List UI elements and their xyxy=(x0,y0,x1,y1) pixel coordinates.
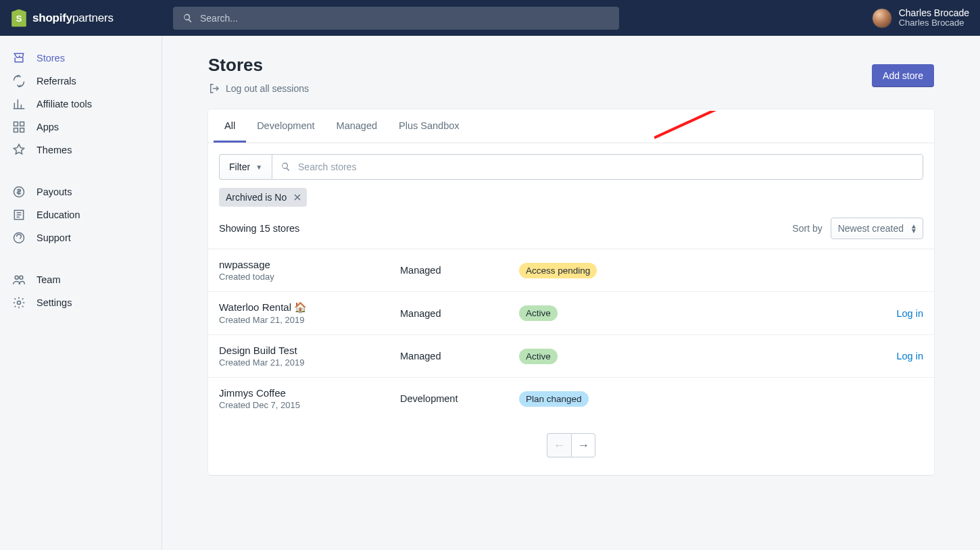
store-name: Jimmys Coffee xyxy=(219,387,400,399)
avatar xyxy=(872,8,892,28)
main-content: Stores Log out all sessions Add store xyxy=(162,36,980,550)
store-type: Development xyxy=(400,393,519,404)
nav-group-tertiary: Team Settings xyxy=(0,259,162,324)
store-type: Managed xyxy=(400,351,519,361)
top-bar: shopifypartners Search... Charles Brocad… xyxy=(0,0,980,36)
chevron-down-icon: ▼ xyxy=(255,164,262,171)
tab-managed[interactable]: Managed xyxy=(326,109,388,143)
team-icon xyxy=(12,273,26,286)
brand-text: shopifypartners xyxy=(32,11,114,25)
svg-point-9 xyxy=(18,301,21,305)
filter-button[interactable]: Filter ▼ xyxy=(219,154,272,180)
arrow-left-icon: ← xyxy=(554,439,566,453)
store-name: nwpassage xyxy=(219,259,400,270)
nav-group-secondary: Payouts Education Support xyxy=(0,171,162,259)
arrow-right-icon: → xyxy=(577,439,589,453)
apps-icon xyxy=(12,120,26,134)
active-filters: Archived is No xyxy=(208,180,934,207)
search-stores-placeholder: Search stores xyxy=(298,161,356,172)
logout-icon xyxy=(208,82,220,95)
table-row[interactable]: nwpassage Created today Managed Access p… xyxy=(208,249,934,292)
sidebar-item-stores[interactable]: Stores xyxy=(0,47,162,70)
sidebar-item-label: Themes xyxy=(36,145,72,155)
user-menu[interactable]: Charles Brocade Charles Brocade xyxy=(872,7,969,28)
search-icon xyxy=(182,13,193,24)
referrals-icon xyxy=(12,74,26,88)
sidebar-item-education[interactable]: Education xyxy=(0,203,162,226)
showing-count: Showing 15 stores xyxy=(219,223,299,234)
store-created: Created Mar 21, 2019 xyxy=(219,357,400,368)
store-created: Created Dec 7, 2015 xyxy=(219,400,400,410)
sidebar-item-label: Stores xyxy=(36,53,65,64)
sidebar-item-label: Team xyxy=(36,274,60,285)
sidebar-item-affiliate[interactable]: Affiliate tools xyxy=(0,93,162,116)
store-created: Created today xyxy=(219,272,400,282)
sidebar-item-referrals[interactable]: Referrals xyxy=(0,70,162,93)
sidebar-item-label: Payouts xyxy=(36,186,72,197)
logout-all-sessions[interactable]: Log out all sessions xyxy=(208,82,309,95)
payouts-icon xyxy=(12,185,26,199)
brand[interactable]: shopifypartners xyxy=(11,9,162,27)
global-search-wrap: Search... xyxy=(173,7,619,30)
sort-caret-icon: ▲▼ xyxy=(910,224,917,233)
store-name: Design Build Test xyxy=(219,345,400,356)
tabs: All Development Managed Plus Sandbox xyxy=(208,109,934,143)
user-name: Charles Brocade xyxy=(899,7,969,18)
sidebar-item-label: Support xyxy=(36,232,71,243)
sort-wrap: Sort by Newest created ▲▼ xyxy=(792,218,923,239)
tab-development[interactable]: Development xyxy=(246,109,325,143)
tab-plus-sandbox[interactable]: Plus Sandbox xyxy=(388,109,470,143)
sidebar-item-label: Referrals xyxy=(36,76,76,86)
filter-chip-archived[interactable]: Archived is No xyxy=(219,188,307,207)
sidebar-item-apps[interactable]: Apps xyxy=(0,116,162,139)
user-org: Charles Brocade xyxy=(899,18,969,28)
svg-point-7 xyxy=(15,276,18,279)
page-prev-button[interactable]: ← xyxy=(547,433,571,457)
sidebar: Stores Referrals Affiliate tools Apps Th… xyxy=(0,36,162,550)
sort-select[interactable]: Newest created ▲▼ xyxy=(831,218,923,239)
sidebar-item-label: Education xyxy=(36,209,80,220)
sidebar-item-settings[interactable]: Settings xyxy=(0,291,162,314)
stores-table: nwpassage Created today Managed Access p… xyxy=(208,249,934,420)
search-placeholder: Search... xyxy=(200,13,238,24)
search-icon xyxy=(280,161,291,172)
store-icon xyxy=(12,51,26,65)
store-created: Created Mar 21, 2019 xyxy=(219,315,400,325)
showing-row: Showing 15 stores Sort by Newest created… xyxy=(208,207,934,249)
sort-label: Sort by xyxy=(792,223,822,234)
svg-rect-1 xyxy=(20,122,24,126)
sort-value: Newest created xyxy=(838,223,904,234)
page-title: Stores xyxy=(208,55,309,76)
login-link[interactable]: Log in xyxy=(896,351,923,361)
user-lines: Charles Brocade Charles Brocade xyxy=(899,7,969,28)
search-stores-input[interactable]: Search stores xyxy=(272,154,923,180)
logout-label: Log out all sessions xyxy=(226,83,309,94)
tab-all[interactable]: All xyxy=(214,109,246,143)
status-badge: Active xyxy=(519,349,558,364)
sidebar-item-label: Apps xyxy=(36,122,59,132)
svg-rect-2 xyxy=(14,128,18,132)
close-icon[interactable] xyxy=(293,193,301,201)
global-search-input[interactable]: Search... xyxy=(173,7,619,30)
sidebar-item-team[interactable]: Team xyxy=(0,268,162,291)
sidebar-item-themes[interactable]: Themes xyxy=(0,139,162,161)
pagination: ← → xyxy=(208,420,934,475)
table-row[interactable]: Jimmys Coffee Created Dec 7, 2015 Develo… xyxy=(208,378,934,420)
filter-label: Filter xyxy=(229,161,250,172)
themes-icon xyxy=(12,143,26,157)
table-row[interactable]: Design Build Test Created Mar 21, 2019 M… xyxy=(208,335,934,378)
svg-point-8 xyxy=(20,276,23,279)
add-store-button[interactable]: Add store xyxy=(872,64,934,87)
page-header: Stores Log out all sessions Add store xyxy=(208,55,934,95)
page-next-button[interactable]: → xyxy=(571,433,595,457)
chip-label: Archived is No xyxy=(226,192,287,203)
education-icon xyxy=(12,208,26,222)
sidebar-item-payouts[interactable]: Payouts xyxy=(0,180,162,203)
store-type: Managed xyxy=(400,265,519,276)
table-row[interactable]: Waterloo Rental 🏠 Created Mar 21, 2019 M… xyxy=(208,292,934,335)
store-name: Waterloo Rental 🏠 xyxy=(219,301,400,314)
sidebar-item-support[interactable]: Support xyxy=(0,226,162,249)
login-link[interactable]: Log in xyxy=(896,308,923,319)
sidebar-item-label: Settings xyxy=(36,297,72,308)
svg-rect-0 xyxy=(14,122,18,126)
